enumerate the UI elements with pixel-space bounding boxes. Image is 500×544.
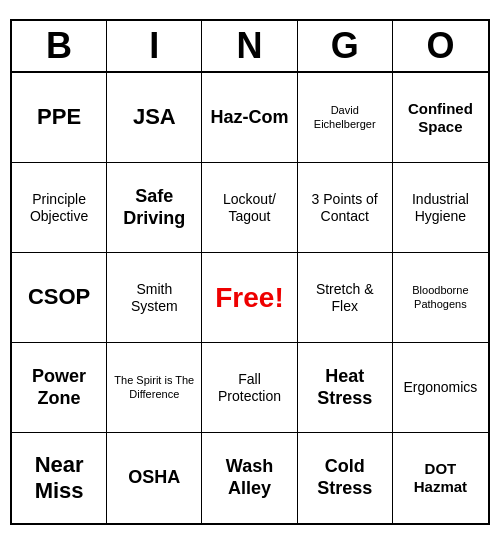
bingo-cell: Haz-Com <box>202 73 297 163</box>
bingo-cell: Smith System <box>107 253 202 343</box>
bingo-cell: PPE <box>12 73 107 163</box>
header-letter: B <box>12 21 107 71</box>
bingo-cell: 3 Points of Contact <box>298 163 393 253</box>
bingo-cell: Cold Stress <box>298 433 393 523</box>
bingo-cell: Principle Objective <box>12 163 107 253</box>
bingo-cell: Bloodborne Pathogens <box>393 253 488 343</box>
header-letter: I <box>107 21 202 71</box>
bingo-cell: Power Zone <box>12 343 107 433</box>
bingo-cell: Fall Protection <box>202 343 297 433</box>
bingo-cell: Lockout/ Tagout <box>202 163 297 253</box>
header-letter: O <box>393 21 488 71</box>
bingo-card: BINGO PPEJSAHaz-ComDavid EichelbergerCon… <box>10 19 490 525</box>
bingo-cell: JSA <box>107 73 202 163</box>
bingo-cell: Ergonomics <box>393 343 488 433</box>
header-letter: N <box>202 21 297 71</box>
bingo-cell: DOT Hazmat <box>393 433 488 523</box>
bingo-cell: Heat Stress <box>298 343 393 433</box>
bingo-cell: Free! <box>202 253 297 343</box>
bingo-cell: Wash Alley <box>202 433 297 523</box>
bingo-cell: Industrial Hygiene <box>393 163 488 253</box>
bingo-cell: The Spirit is The Difference <box>107 343 202 433</box>
bingo-cell: OSHA <box>107 433 202 523</box>
bingo-cell: Stretch & Flex <box>298 253 393 343</box>
bingo-cell: Confined Space <box>393 73 488 163</box>
bingo-grid: PPEJSAHaz-ComDavid EichelbergerConfined … <box>12 73 488 523</box>
bingo-cell: Near Miss <box>12 433 107 523</box>
bingo-header: BINGO <box>12 21 488 73</box>
bingo-cell: CSOP <box>12 253 107 343</box>
bingo-cell: Safe Driving <box>107 163 202 253</box>
header-letter: G <box>298 21 393 71</box>
bingo-cell: David Eichelberger <box>298 73 393 163</box>
